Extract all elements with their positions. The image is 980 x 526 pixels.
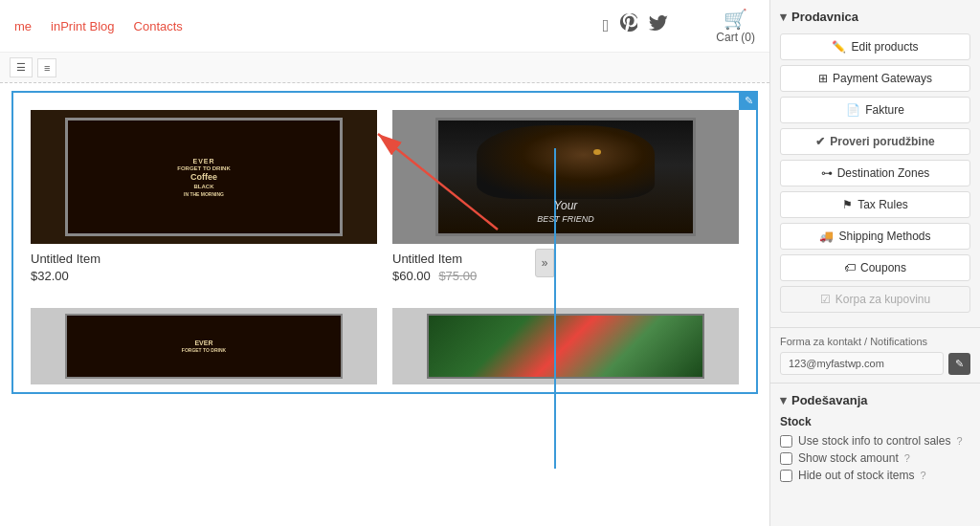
contact-edit-button[interactable]: ✎ xyxy=(948,353,970,375)
coupon-icon: 🏷 xyxy=(844,261,856,274)
show-stock-label: Show stock amount xyxy=(798,451,899,465)
use-stock-row: Use stock info to control sales ? xyxy=(780,434,970,448)
check-icon: ✔ xyxy=(815,135,825,148)
coupons-button[interactable]: 🏷 Coupons xyxy=(780,254,970,281)
original-price: $75.00 xyxy=(438,269,477,283)
korpa-icon: ☑ xyxy=(820,293,831,306)
main-content: me inPrint Blog Contacts  🛒 Cart (0) ☰ xyxy=(0,0,769,526)
more-product-item: EVER FORGET TO DRINK xyxy=(23,300,385,392)
coffee-poster: EVER FORGET TO DRINK Coffee BLACK IN THE… xyxy=(65,118,343,235)
social-icons:  xyxy=(603,13,669,39)
dog-eye xyxy=(593,149,601,155)
show-stock-checkbox[interactable] xyxy=(780,452,792,465)
hide-stock-row: Hide out of stock items ? xyxy=(780,469,970,482)
hide-stock-checkbox[interactable] xyxy=(780,470,792,482)
product-item: EVER FORGET TO DRINK Coffee BLACK IN THE… xyxy=(23,102,385,291)
zone-icon: ⊶ xyxy=(821,166,833,180)
stock-title: Stock xyxy=(780,415,970,428)
more-coffee-poster: EVER FORGET TO DRINK xyxy=(65,314,343,379)
product-item: Your BEST FRIEND Untitled Item $60.00 $7… xyxy=(385,102,746,291)
payment-gateways-button[interactable]: ⊞ Payment Gateways xyxy=(780,65,970,92)
twitter-icon[interactable] xyxy=(649,15,668,37)
more-flower-poster xyxy=(427,314,704,379)
dog-poster-text: Your BEST FRIEND xyxy=(537,199,594,225)
help-icon-2[interactable]: ? xyxy=(904,452,910,464)
contact-form-section: Forma za kontakt / Notifications ✎ xyxy=(770,328,980,384)
nav-link-blog[interactable]: inPrint Blog xyxy=(51,19,114,33)
toolbar-menu-btn[interactable]: ☰ xyxy=(10,57,33,77)
prodavnica-section: Prodavnica ✏️ Edit products ⊞ Payment Ga… xyxy=(770,0,980,328)
section-edit-button[interactable]: ✎ xyxy=(739,91,758,110)
nav-link-contacts[interactable]: Contacts xyxy=(134,19,183,33)
edit-products-button[interactable]: ✏️ Edit products xyxy=(780,33,970,60)
destination-zones-button[interactable]: ⊶ Destination Zones xyxy=(780,160,970,186)
products-grid: EVER FORGET TO DRINK Coffee BLACK IN THE… xyxy=(13,93,756,300)
product-price: $32.00 xyxy=(31,269,377,283)
help-icon-1[interactable]: ? xyxy=(956,435,962,447)
tax-icon: ⚑ xyxy=(842,198,853,211)
dog-poster: Your BEST FRIEND xyxy=(435,118,696,235)
edit-icon: ✏️ xyxy=(832,40,846,54)
more-product-image: EVER FORGET TO DRINK xyxy=(31,308,377,384)
hide-stock-label: Hide out of stock items xyxy=(798,469,914,482)
product-image: Your BEST FRIEND xyxy=(392,110,739,244)
contact-form-label: Forma za kontakt / Notifications xyxy=(780,336,970,347)
facebook-icon[interactable]:  xyxy=(603,16,610,36)
toolbar-list-btn[interactable]: ≡ xyxy=(37,58,56,77)
expand-button[interactable]: » xyxy=(535,249,554,277)
toolbar-strip: ☰ ≡ xyxy=(0,53,769,83)
cart-area[interactable]: 🛒 Cart (0) xyxy=(716,8,755,44)
product-image: EVER FORGET TO DRINK Coffee BLACK IN THE… xyxy=(31,110,377,244)
settings-section: Podešavanja Stock Use stock info to cont… xyxy=(770,384,980,495)
doc-icon: 📄 xyxy=(846,103,860,117)
shipping-methods-button[interactable]: 🚚 Shipping Methods xyxy=(780,223,970,250)
more-product-image xyxy=(392,308,739,384)
dog-silhouette xyxy=(477,125,655,198)
show-stock-row: Show stock amount ? xyxy=(780,451,970,465)
fakture-button[interactable]: 📄 Fakture xyxy=(780,97,970,123)
grid-icon: ⊞ xyxy=(818,72,828,85)
tax-rules-button[interactable]: ⚑ Tax Rules xyxy=(780,191,970,218)
contact-email-input[interactable] xyxy=(780,352,944,375)
more-product-item xyxy=(385,300,746,392)
product-price: $60.00 $75.00 xyxy=(392,269,739,283)
nav-link-me[interactable]: me xyxy=(14,19,32,33)
use-stock-label: Use stock info to control sales xyxy=(798,434,950,448)
product-name: Untitled Item xyxy=(392,252,739,266)
cart-label: Cart (0) xyxy=(716,31,755,44)
prodavnica-title: Prodavnica xyxy=(780,10,970,24)
proveri-button[interactable]: ✔ Proveri porudžbine xyxy=(780,128,970,155)
right-sidebar: Prodavnica ✏️ Edit products ⊞ Payment Ga… xyxy=(769,0,980,526)
pinterest-icon[interactable] xyxy=(620,13,637,39)
help-icon-3[interactable]: ? xyxy=(920,470,925,481)
more-products-row: EVER FORGET TO DRINK xyxy=(13,300,756,392)
use-stock-checkbox[interactable] xyxy=(780,435,792,448)
contact-form-input-row: ✎ xyxy=(780,352,970,375)
cart-icon: 🛒 xyxy=(724,8,747,31)
korpa-button: ☑ Korpa za kupovinu xyxy=(780,286,970,313)
settings-title: Podešavanja xyxy=(780,393,970,407)
top-nav: me inPrint Blog Contacts  🛒 Cart (0) xyxy=(0,0,769,53)
product-name: Untitled Item xyxy=(31,252,377,266)
shipping-icon: 🚚 xyxy=(819,230,834,243)
